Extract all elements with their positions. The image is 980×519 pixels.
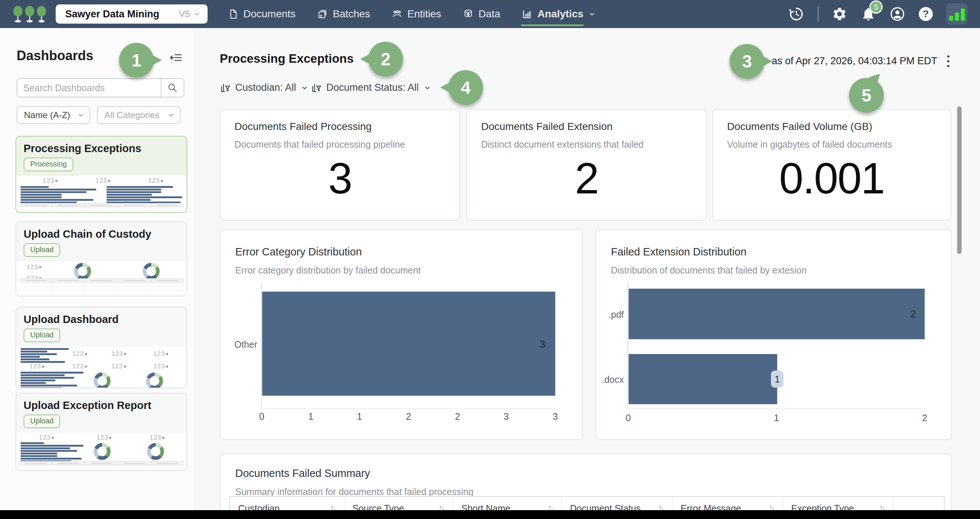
- annotation-balloon-4: 4: [448, 70, 483, 105]
- chevron-down-icon: [588, 10, 596, 18]
- chart-title: Failed Extension Distribution: [611, 246, 747, 258]
- kpi-title: Documents Failed Processing: [234, 121, 372, 133]
- help-button[interactable]: ?: [919, 7, 933, 21]
- thumb-kpi: 123: [111, 350, 126, 358]
- annotation-balloon-2: 2: [368, 42, 403, 77]
- bar-pdf: [628, 289, 925, 339]
- dashboard-search: [17, 78, 185, 97]
- bar-value-label: 2: [910, 308, 916, 320]
- kpi-value: 3: [221, 153, 460, 203]
- notifications-button[interactable]: 5: [861, 6, 876, 22]
- x-tick: 2: [455, 411, 460, 422]
- account-button[interactable]: [889, 6, 905, 22]
- annotation-balloon-1: 1: [119, 43, 154, 78]
- nav-item-entities[interactable]: Entities: [391, 0, 441, 28]
- thumb-kpi: 123: [97, 434, 111, 441]
- dashboard-options-button[interactable]: [943, 53, 953, 70]
- chart-filter-icon: [220, 82, 231, 93]
- x-tick: 0: [259, 411, 264, 422]
- nav-item-analytics[interactable]: Analytics: [522, 0, 597, 28]
- thumb-table: [19, 278, 184, 295]
- page-title: Processing Exceptions: [220, 52, 353, 66]
- thumb-kpi: 123: [30, 363, 44, 370]
- thumb-donut-chart: [146, 372, 163, 388]
- thumb-kpi: 123: [148, 177, 163, 185]
- nav-label: Entities: [407, 8, 441, 20]
- topbar: Sawyer Data Mining V5 Documents Batches …: [0, 0, 980, 28]
- chevron-down-icon: [301, 84, 309, 92]
- dashboard-card-processing-exceptions[interactable]: Processing Exceptions Processing 123 123…: [16, 136, 187, 213]
- thumb-donut-chart: [74, 263, 91, 280]
- x-tick: 1: [308, 411, 313, 422]
- card-tag: Upload: [24, 329, 60, 342]
- nav-item-batches[interactable]: Batches: [317, 0, 370, 28]
- card-tag: Upload: [24, 415, 60, 428]
- sort-value: Name (A-Z): [24, 110, 77, 120]
- sort-select[interactable]: Name (A-Z): [17, 106, 90, 124]
- thumb-kpi: 123: [39, 434, 54, 441]
- green-bar-icon: [949, 16, 953, 21]
- collapse-sidebar-button[interactable]: [169, 50, 183, 65]
- thumb-donut-chart: [143, 263, 160, 280]
- chevron-down-icon: [193, 10, 201, 18]
- card-title: Upload Chain of Custody: [24, 228, 179, 240]
- dashboard-card-upload-chain-of-custody[interactable]: Upload Chain of Custody Upload 123 123: [16, 222, 187, 296]
- brand-logo: [13, 6, 46, 22]
- chart-subtitle: Error category distribution by failed do…: [235, 265, 421, 276]
- bar-value-pill: 1: [771, 370, 783, 388]
- thumb-kpi: 123: [150, 434, 164, 441]
- history-button[interactable]: [788, 6, 805, 22]
- sidebar-title: Dashboards: [17, 48, 93, 64]
- card-thumbnail: 123 123 123: [16, 433, 186, 470]
- filter-label: Document Status: All: [326, 82, 419, 93]
- card-thumbnail: 123 123: [16, 261, 186, 296]
- thumb-kpi: 123: [95, 177, 110, 185]
- chart-card-error-category-distribution: Error Category Distribution Error catego…: [220, 229, 583, 440]
- kpi-card-documents-failed-processing: Documents Failed Processing Documents th…: [220, 109, 460, 221]
- bar-value-label: 3: [540, 339, 545, 350]
- x-tick: 1: [774, 413, 779, 423]
- chevron-down-icon: [77, 112, 84, 119]
- annotation-balloon-5: 5: [849, 78, 884, 113]
- chart-title: Error Category Distribution: [235, 246, 362, 258]
- account-icon: [889, 6, 905, 22]
- x-tick: 0: [626, 413, 631, 423]
- settings-button[interactable]: [832, 6, 847, 22]
- green-bar-icon: [955, 13, 959, 21]
- app-switcher-analytics-tile[interactable]: [946, 3, 967, 25]
- search-button[interactable]: [161, 79, 184, 97]
- kpi-title: Documents Failed Extension: [481, 121, 612, 133]
- workspace-version: V5: [179, 9, 190, 19]
- thumb-kpi: 123: [43, 177, 57, 185]
- chart-card-failed-extension-distribution: Failed Extension Distribution Distributi…: [595, 229, 951, 440]
- x-tick: 2: [406, 411, 411, 422]
- documents-failed-summary-card: Documents Failed Summary Summary informa…: [220, 453, 951, 519]
- dashboard-card-upload-exception-report[interactable]: Upload Exception Report Upload 123 123 1…: [16, 393, 187, 471]
- thumb-donut-chart: [94, 372, 111, 388]
- nav-item-documents[interactable]: Documents: [228, 0, 296, 28]
- notification-badge: 5: [869, 0, 883, 14]
- category-select[interactable]: All Categories: [97, 106, 181, 124]
- help-icon: ?: [919, 7, 933, 21]
- logo-pin: [37, 6, 46, 22]
- dashboard-card-upload-dashboard[interactable]: Upload Dashboard Upload 123 123 123 123 …: [16, 307, 187, 388]
- kpi-value: 0.001: [713, 153, 950, 203]
- custodian-filter[interactable]: Custodian: All: [220, 82, 309, 93]
- workspace-name: Sawyer Data Mining: [65, 8, 179, 20]
- nav-item-data[interactable]: Data: [463, 0, 500, 28]
- document-status-filter[interactable]: Document Status: All: [311, 82, 431, 93]
- database-icon: [463, 8, 474, 19]
- thumb-donut-chart: [94, 443, 111, 460]
- workspace-selector[interactable]: Sawyer Data Mining V5: [56, 5, 208, 24]
- x-tick: 3: [504, 411, 509, 422]
- bar-value-label: 1: [775, 374, 780, 385]
- search-input[interactable]: [18, 79, 161, 97]
- gear-icon: [832, 6, 847, 22]
- y-axis-label: .pdf: [596, 309, 624, 320]
- main-scrollbar-thumb[interactable]: [957, 106, 962, 254]
- thumb-kpi: 123: [27, 263, 41, 271]
- logo-pin: [25, 6, 34, 22]
- analytics-icon: [522, 8, 533, 19]
- document-icon: [228, 8, 239, 19]
- thumb-table: [19, 203, 184, 211]
